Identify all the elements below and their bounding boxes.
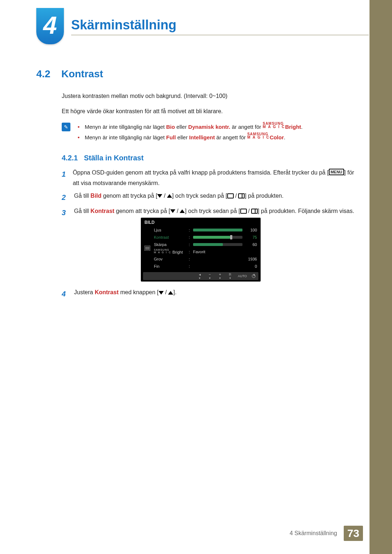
page-header: 4 Skärminställning [36,8,369,44]
step-1: 1 Öppna OSD-guiden genom att trycka på v… [62,168,359,189]
s3a: Gå till [74,208,90,214]
magic-brand-2: SAMSUNG M A G I C [247,132,270,139]
osd-label-fin: Fin [154,264,187,268]
osd-bar-ljus [193,229,242,231]
osd-side-icon [141,226,154,270]
step-number-2: 2 [62,191,68,204]
note-icon [62,123,70,131]
s2b: genom att trycka på [ [102,193,158,199]
note2-text-b: eller [177,134,189,140]
note2-end: . [284,134,285,140]
osd-label-magic: SAMSUNGM A G I C Bright [154,249,187,254]
note-list: Menyn är inte tillgänglig när läget Bio … [78,122,303,143]
section-title: Kontrast [61,68,103,80]
step-2: 2 Gå till Bild genom att trycka på [/] o… [62,191,359,204]
note2-int: Intelligent [189,134,215,140]
osd-magic-suffix: Bright [171,250,183,255]
intro-paragraph-1: Justera kontrasten mellan motiv och bakg… [62,92,359,100]
osd-body: Ljus : 100 Kontrast : 75 Skärpa : 60 SAM… [141,226,261,270]
osd-row-magic: SAMSUNGM A G I C Bright : Favorit [154,248,257,255]
osd-val-kontrast: 75 [245,235,257,239]
osd-rows: Ljus : 100 Kontrast : 75 Skärpa : 60 SAM… [154,226,261,270]
rect-icons: / [227,191,245,201]
osd-footer: ◂▾ −▾ +▾ ⎘▾ AUTO [143,272,258,280]
subsection-heading: 4.2.1 Ställa in Kontrast [62,154,144,162]
note2-text-a: Menyn är inte tillgänglig när läget [85,134,166,140]
side-accent-bar [369,0,392,554]
s4c: ]. [173,289,176,295]
step-4: 4 Justera Kontrast med knappen [/]. [62,287,359,300]
osd-val-ljus: 100 [245,228,257,232]
step-number-3: 3 [62,206,68,219]
step-3: 3 Gå till Kontrast genom att trycka på [… [62,206,359,219]
osd-auto-label: AUTO [238,274,247,278]
step-1-text: Öppna OSD-guiden genom att trycka på val… [73,168,359,189]
note-item-1: Menyn är inte tillgänglig när läget Bio … [78,122,303,132]
osd-back-icon: ◂▾ [197,273,202,280]
note2-full: Full [166,134,176,140]
chapter-badge: 4 [36,8,64,44]
rect-icons-2: / [240,206,258,217]
osd-bar-kontrast [193,236,242,239]
osd-title: BILD [141,218,261,226]
intro-paragraph-2: Ett högre värde ökar kontrasten för att … [62,107,359,115]
magic-suffix-2: Color [270,134,284,140]
osd-val-fin: 0 [245,264,257,268]
step-4-text: Justera Kontrast med knappen [/]. [74,287,176,300]
osd-row-grov: Grov : 1936 [154,255,257,263]
note1-text-a: Menyn är inte tillgänglig när läget [85,124,166,130]
osd-label-grov: Grov [154,257,187,261]
note1-text-c: är angett för [232,124,263,130]
osd-magic-text: Favorit [193,250,242,254]
chapter-title: Skärminställning [71,17,369,35]
osd-label-skarpa: Skärpa [154,242,187,247]
s2d: ] på produkten. [245,193,283,199]
bars-icon [144,246,150,251]
osd-val-grov: 1936 [245,257,257,261]
osd-enter-icon: ⎘▾ [228,273,233,280]
power-icon [252,274,256,278]
s4a: Justera [74,289,95,295]
osd-magic-bot: M A G I C [154,251,171,254]
footer-text: 4 Skärminställning [290,530,337,537]
s1a: Öppna OSD-guiden genom att trycka på val… [73,169,328,176]
osd-label-kontrast: Kontrast [154,235,187,239]
down-up-icon: / [157,191,172,201]
step-3-text: Gå till Kontrast genom att trycka på [/]… [74,206,354,219]
note-block: Menyn är inte tillgänglig när läget Bio … [62,122,359,143]
steps-list-2: 4 Justera Kontrast med knappen [/]. [62,287,359,303]
osd-row-fin: Fin : 0 [154,263,257,270]
step-number-4: 4 [62,287,68,300]
note1-text-b: eller [176,124,188,130]
osd-row-skarpa: Skärpa : 60 [154,241,257,248]
menu-button-icon: MENU [329,169,344,175]
s2a: Gå till [74,193,90,199]
osd-bar-skarpa [193,243,242,246]
note1-bio: Bio [166,124,175,130]
osd-val-skarpa: 60 [245,242,257,247]
magic-suffix-1: Bright [285,124,301,130]
osd-panel: BILD Ljus : 100 Kontrast : 75 Skärpa : 6… [141,218,261,282]
osd-plus-icon: +▾ [217,273,222,280]
s2c: ] och tryck sedan på [ [172,193,227,199]
magic-bot-2: M A G I C [247,136,270,139]
subsection-number: 4.2.1 [62,154,78,162]
note1-end: . [301,124,303,130]
note2-text-c: är angett för [216,134,247,140]
steps-list: 1 Öppna OSD-guiden genom att trycka på v… [62,168,359,221]
section-number: 4.2 [36,68,50,80]
osd-row-kontrast: Kontrast : 75 [154,234,257,241]
s2-bild: Bild [90,193,101,199]
s3b: genom att trycka på [ [114,208,170,214]
page-footer: 4 Skärminställning 73 [290,526,363,541]
s3c: ] och tryck sedan på [ [185,208,240,214]
osd-row-ljus: Ljus : 100 [154,226,257,234]
step-number-1: 1 [62,168,66,189]
s4b: med knappen [ [119,289,159,295]
step-2-text: Gå till Bild genom att trycka på [/] och… [74,191,283,204]
note1-dyn: Dynamisk kontr. [188,124,230,130]
subsection-title: Ställa in Kontrast [84,154,143,162]
s4-kontrast: Kontrast [95,289,119,295]
osd-label-ljus: Ljus [154,228,187,232]
s3d: ] på produkten. Följande skärm visas. [258,208,354,214]
